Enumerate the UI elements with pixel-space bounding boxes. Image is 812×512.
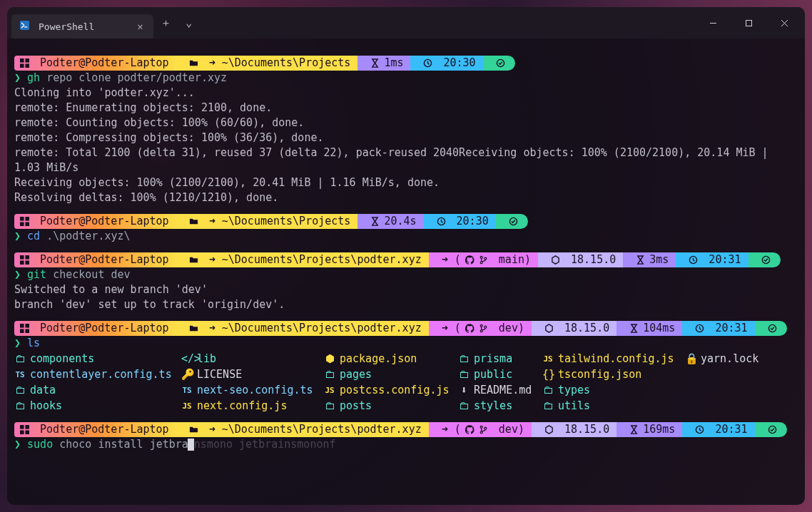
svg-point-19 — [480, 262, 482, 264]
prompt-line: Podter@Podter-Laptop ➜ ~\Documents\Proje… — [14, 214, 798, 229]
ls-item: {}tsconfig.json — [542, 367, 685, 382]
prompt-node-segment: 18.15.0 — [532, 422, 616, 437]
svg-point-37 — [480, 431, 482, 434]
input-line[interactable]: ❯ sudo choco install jetbransmono jetbra… — [14, 437, 798, 452]
file-icon: JS — [181, 398, 193, 414]
file-icon: 🗀 — [14, 383, 26, 398]
file-icon: 🔒 — [685, 352, 696, 367]
svg-rect-10 — [20, 222, 24, 226]
file-icon: JS — [324, 382, 335, 398]
svg-point-28 — [480, 330, 482, 332]
svg-point-20 — [484, 257, 487, 260]
ls-item: 🗀hooks — [14, 398, 181, 414]
prompt-user-segment: Podter@Podter-Laptop — [14, 321, 176, 336]
svg-rect-4 — [20, 63, 24, 68]
ls-item: TScontentlayer.config.ts — [14, 367, 181, 382]
svg-rect-33 — [25, 425, 29, 429]
ls-item: ⬢package.json — [324, 351, 458, 367]
file-icon: 🗀 — [542, 399, 554, 414]
output-line: remote: Total 2100 (delta 31), reused 37… — [14, 145, 798, 175]
svg-point-36 — [480, 426, 482, 428]
svg-point-29 — [484, 326, 487, 328]
ls-item: 🗀types — [542, 382, 685, 398]
command-line: ❯ gh repo clone podter/podter.xyz — [14, 71, 798, 86]
command-line: ❯ git checkout dev — [14, 267, 798, 282]
file-icon: ⬇ — [458, 383, 470, 398]
prompt-path-segment: ➜ ~\Documents\Projects\podter.xyz — [176, 252, 429, 267]
prompt-status-segment — [748, 252, 781, 267]
prompt-status-segment — [755, 422, 787, 437]
prompt-path-segment: ➜ ~\Documents\Projects\podter.xyz — [176, 422, 429, 437]
output-line: Cloning into 'podter.xyz'... — [14, 86, 798, 101]
prompt-node-segment: 18.15.0 — [532, 321, 616, 336]
prompt-status-segment — [496, 214, 528, 229]
output-line: remote: Compressing objects: 100% (36/36… — [14, 130, 798, 145]
minimize-button[interactable] — [696, 11, 729, 35]
file-icon: ⬢ — [324, 352, 335, 367]
ls-output: 🗀components</>lib⬢package.json🗀prismaJSt… — [14, 351, 798, 414]
prompt-line: Podter@Podter-Laptop ➜ ~\Documents\Proje… — [14, 56, 798, 71]
tab-title: PowerShell — [39, 21, 94, 32]
terminal-window: PowerShell ✕ ＋ ⌄ Podter@Podter-Laptop ➜ … — [7, 7, 805, 505]
output-line: remote: Counting objects: 100% (60/60), … — [14, 116, 798, 130]
ls-item: JSpostcss.config.js — [324, 382, 458, 398]
output-line: Switched to a new branch 'dev' — [14, 282, 798, 297]
prompt-time-segment: 20:31 — [682, 422, 754, 437]
prompt-node-segment: 18.15.0 — [538, 252, 623, 267]
prompt-user-segment: Podter@Podter-Laptop — [14, 214, 176, 229]
ls-item: 🗀utils — [542, 398, 685, 414]
prompt-status-segment — [755, 321, 787, 336]
new-tab-button[interactable]: ＋ — [156, 13, 176, 33]
ls-item: 🗀public — [458, 367, 542, 382]
svg-rect-16 — [20, 260, 24, 265]
prompt-git-segment: ➜ ( dev) — [429, 321, 532, 336]
svg-rect-8 — [20, 217, 24, 221]
file-icon: JS — [542, 351, 554, 367]
prompt-line: Podter@Podter-Laptop ➜ ~\Documents\Proje… — [14, 422, 798, 437]
svg-rect-14 — [20, 255, 24, 260]
file-icon: 🗀 — [458, 399, 470, 414]
close-window-button[interactable] — [768, 11, 801, 35]
tab-dropdown-button[interactable]: ⌄ — [179, 13, 199, 33]
prompt-line: Podter@Podter-Laptop ➜ ~\Documents\Proje… — [14, 252, 798, 267]
svg-point-27 — [480, 324, 482, 327]
file-icon: 🗀 — [14, 352, 26, 367]
output-line: Receiving objects: 100% (2100/2100), 20.… — [14, 175, 798, 190]
svg-rect-17 — [25, 260, 29, 265]
svg-rect-15 — [25, 255, 29, 260]
svg-rect-9 — [25, 217, 29, 221]
svg-rect-34 — [20, 430, 24, 434]
ls-item: 🗀posts — [324, 398, 458, 414]
prompt-time-segment: 20:31 — [676, 252, 748, 267]
ls-item: 🗀components — [14, 351, 181, 367]
svg-rect-11 — [25, 222, 29, 226]
svg-rect-5 — [25, 63, 29, 68]
terminal-body[interactable]: Podter@Podter-Laptop ➜ ~\Documents\Proje… — [7, 39, 805, 505]
file-icon: 🗀 — [324, 399, 335, 414]
svg-rect-24 — [25, 324, 29, 328]
output-line: branch 'dev' set up to track 'origin/dev… — [14, 297, 798, 312]
ls-item: 🗀prisma — [458, 351, 542, 367]
prompt-line: Podter@Podter-Laptop ➜ ~\Documents\Proje… — [14, 321, 798, 336]
ls-item: 🗀styles — [458, 398, 542, 414]
prompt-duration-segment: 3ms — [623, 252, 676, 267]
svg-rect-3 — [25, 58, 29, 63]
prompt-duration-segment: 169ms — [616, 422, 682, 437]
prompt-duration-segment: 20.4s — [357, 214, 423, 229]
file-icon: 🗀 — [458, 367, 470, 382]
tab-powershell[interactable]: PowerShell ✕ — [11, 14, 153, 39]
svg-rect-1 — [746, 20, 751, 26]
file-icon: </> — [181, 352, 193, 367]
file-icon: 🗀 — [458, 352, 470, 367]
svg-point-18 — [480, 256, 482, 258]
output-line: remote: Enumerating objects: 2100, done. — [14, 101, 798, 116]
prompt-path-segment: ➜ ~\Documents\Projects\podter.xyz — [176, 321, 429, 336]
prompt-git-segment: ➜ ( main) — [429, 252, 538, 267]
svg-point-38 — [484, 427, 487, 429]
tab-close-icon[interactable]: ✕ — [137, 21, 143, 32]
maximize-button[interactable] — [732, 11, 765, 35]
ls-item: TSnext-seo.config.ts — [181, 382, 324, 398]
file-icon: 🗀 — [14, 399, 26, 414]
file-icon: 🗀 — [542, 383, 554, 398]
file-icon: 🔑 — [181, 367, 193, 382]
